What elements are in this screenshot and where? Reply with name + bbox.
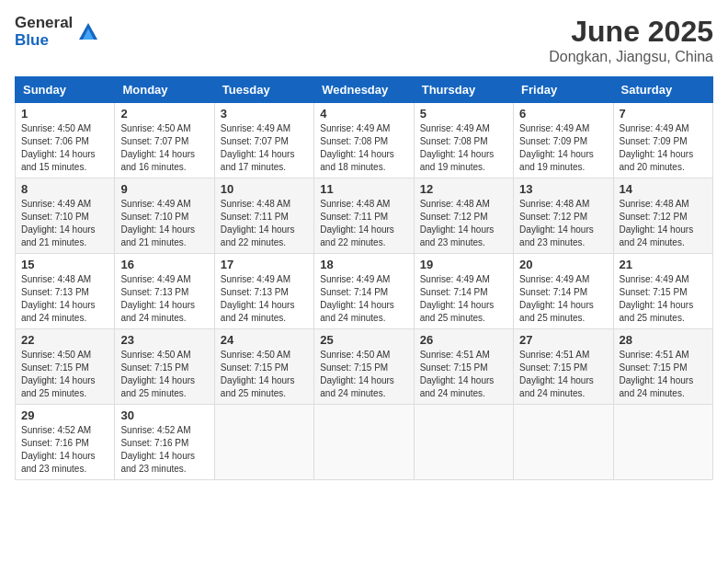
table-cell: 20 Sunrise: 4:49 AMSunset: 7:14 PMDaylig…	[514, 254, 613, 329]
day-number: 10	[221, 182, 308, 196]
day-info: Sunrise: 4:49 AMSunset: 7:08 PMDaylight:…	[320, 123, 394, 172]
day-info: Sunrise: 4:50 AMSunset: 7:15 PMDaylight:…	[21, 350, 96, 398]
table-cell	[214, 405, 313, 480]
day-number: 8	[21, 182, 108, 196]
day-number: 15	[21, 258, 108, 271]
day-number: 13	[519, 182, 607, 196]
day-info: Sunrise: 4:52 AMSunset: 7:16 PMDaylight:…	[120, 425, 195, 474]
table-cell: 10 Sunrise: 4:48 AMSunset: 7:11 PMDaylig…	[214, 178, 313, 254]
col-sunday: Sunday	[16, 77, 115, 103]
table-cell: 24 Sunrise: 4:50 AMSunset: 7:15 PMDaylig…	[214, 329, 313, 405]
title-area: June 2025 Dongkan, Jiangsu, China	[549, 15, 713, 65]
day-info: Sunrise: 4:48 AMSunset: 7:12 PMDaylight:…	[420, 199, 495, 247]
table-cell: 18 Sunrise: 4:49 AMSunset: 7:14 PMDaylig…	[314, 254, 414, 329]
table-cell: 1 Sunrise: 4:50 AMSunset: 7:06 PMDayligh…	[16, 103, 115, 178]
day-number: 20	[519, 258, 607, 271]
day-number: 14	[620, 182, 707, 196]
table-cell: 23 Sunrise: 4:50 AMSunset: 7:15 PMDaylig…	[115, 329, 214, 405]
day-info: Sunrise: 4:51 AMSunset: 7:15 PMDaylight:…	[420, 350, 495, 398]
day-info: Sunrise: 4:48 AMSunset: 7:12 PMDaylight:…	[519, 199, 594, 247]
day-number: 6	[519, 107, 607, 121]
table-cell	[514, 405, 613, 480]
calendar-header-row: Sunday Monday Tuesday Wednesday Thursday…	[16, 77, 713, 103]
table-cell: 7 Sunrise: 4:49 AMSunset: 7:09 PMDayligh…	[613, 103, 712, 178]
logo: General Blue	[15, 15, 101, 49]
day-number: 23	[120, 333, 208, 347]
table-cell: 29 Sunrise: 4:52 AMSunset: 7:16 PMDaylig…	[16, 405, 115, 480]
col-monday: Monday	[115, 77, 214, 103]
day-number: 30	[120, 408, 208, 422]
page-header: General Blue June 2025 Dongkan, Jiangsu,…	[15, 15, 713, 65]
day-info: Sunrise: 4:49 AMSunset: 7:08 PMDaylight:…	[420, 123, 495, 172]
table-cell: 13 Sunrise: 4:48 AMSunset: 7:12 PMDaylig…	[514, 178, 613, 254]
day-number: 3	[221, 107, 308, 121]
day-number: 5	[420, 107, 507, 121]
col-friday: Friday	[514, 77, 613, 103]
col-tuesday: Tuesday	[214, 77, 313, 103]
day-info: Sunrise: 4:48 AMSunset: 7:11 PMDaylight:…	[221, 199, 295, 247]
table-cell: 3 Sunrise: 4:49 AMSunset: 7:07 PMDayligh…	[214, 103, 313, 178]
table-cell: 27 Sunrise: 4:51 AMSunset: 7:15 PMDaylig…	[514, 329, 613, 405]
day-info: Sunrise: 4:49 AMSunset: 7:14 PMDaylight:…	[320, 274, 394, 323]
day-info: Sunrise: 4:49 AMSunset: 7:14 PMDaylight:…	[420, 274, 495, 323]
table-cell: 19 Sunrise: 4:49 AMSunset: 7:14 PMDaylig…	[414, 254, 513, 329]
table-cell: 28 Sunrise: 4:51 AMSunset: 7:15 PMDaylig…	[613, 329, 712, 405]
day-info: Sunrise: 4:48 AMSunset: 7:11 PMDaylight:…	[320, 199, 394, 247]
day-info: Sunrise: 4:50 AMSunset: 7:15 PMDaylight:…	[120, 350, 195, 398]
col-saturday: Saturday	[613, 77, 712, 103]
day-number: 4	[320, 107, 407, 121]
day-number: 25	[320, 333, 407, 347]
calendar-table: Sunday Monday Tuesday Wednesday Thursday…	[15, 76, 713, 480]
table-cell: 16 Sunrise: 4:49 AMSunset: 7:13 PMDaylig…	[115, 254, 214, 329]
table-cell	[314, 405, 414, 480]
day-info: Sunrise: 4:49 AMSunset: 7:07 PMDaylight:…	[221, 123, 295, 172]
table-cell: 17 Sunrise: 4:49 AMSunset: 7:13 PMDaylig…	[214, 254, 313, 329]
day-info: Sunrise: 4:49 AMSunset: 7:10 PMDaylight:…	[120, 199, 195, 247]
col-wednesday: Wednesday	[314, 77, 414, 103]
day-number: 11	[320, 182, 407, 196]
logo-icon	[75, 19, 101, 45]
day-number: 17	[221, 258, 308, 271]
table-cell	[613, 405, 712, 480]
day-info: Sunrise: 4:52 AMSunset: 7:16 PMDaylight:…	[21, 425, 96, 474]
day-info: Sunrise: 4:49 AMSunset: 7:15 PMDaylight:…	[620, 274, 694, 323]
day-info: Sunrise: 4:49 AMSunset: 7:10 PMDaylight:…	[21, 199, 96, 247]
day-info: Sunrise: 4:51 AMSunset: 7:15 PMDaylight:…	[519, 350, 594, 398]
day-info: Sunrise: 4:50 AMSunset: 7:07 PMDaylight:…	[120, 123, 195, 172]
day-number: 26	[420, 333, 507, 347]
table-cell: 8 Sunrise: 4:49 AMSunset: 7:10 PMDayligh…	[16, 178, 115, 254]
day-number: 1	[21, 107, 108, 121]
day-number: 27	[519, 333, 607, 347]
table-cell: 2 Sunrise: 4:50 AMSunset: 7:07 PMDayligh…	[115, 103, 214, 178]
day-number: 24	[221, 333, 308, 347]
table-cell: 26 Sunrise: 4:51 AMSunset: 7:15 PMDaylig…	[414, 329, 513, 405]
day-info: Sunrise: 4:49 AMSunset: 7:14 PMDaylight:…	[519, 274, 594, 323]
table-cell: 25 Sunrise: 4:50 AMSunset: 7:15 PMDaylig…	[314, 329, 414, 405]
day-info: Sunrise: 4:49 AMSunset: 7:13 PMDaylight:…	[120, 274, 195, 323]
day-number: 16	[120, 258, 208, 271]
logo-blue-text: Blue	[15, 32, 73, 50]
day-info: Sunrise: 4:49 AMSunset: 7:13 PMDaylight:…	[221, 274, 295, 323]
day-info: Sunrise: 4:48 AMSunset: 7:13 PMDaylight:…	[21, 274, 96, 323]
table-cell: 11 Sunrise: 4:48 AMSunset: 7:11 PMDaylig…	[314, 178, 414, 254]
col-thursday: Thursday	[414, 77, 513, 103]
table-cell: 5 Sunrise: 4:49 AMSunset: 7:08 PMDayligh…	[414, 103, 513, 178]
day-number: 9	[120, 182, 208, 196]
table-cell: 12 Sunrise: 4:48 AMSunset: 7:12 PMDaylig…	[414, 178, 513, 254]
table-cell	[414, 405, 513, 480]
day-info: Sunrise: 4:50 AMSunset: 7:15 PMDaylight:…	[221, 350, 295, 398]
day-number: 2	[120, 107, 208, 121]
table-cell: 14 Sunrise: 4:48 AMSunset: 7:12 PMDaylig…	[613, 178, 712, 254]
table-cell: 9 Sunrise: 4:49 AMSunset: 7:10 PMDayligh…	[115, 178, 214, 254]
day-info: Sunrise: 4:49 AMSunset: 7:09 PMDaylight:…	[620, 123, 694, 172]
day-number: 19	[420, 258, 507, 271]
day-number: 21	[620, 258, 707, 271]
location-subtitle: Dongkan, Jiangsu, China	[549, 49, 713, 65]
table-cell: 22 Sunrise: 4:50 AMSunset: 7:15 PMDaylig…	[16, 329, 115, 405]
day-info: Sunrise: 4:51 AMSunset: 7:15 PMDaylight:…	[620, 350, 694, 398]
day-info: Sunrise: 4:48 AMSunset: 7:12 PMDaylight:…	[620, 199, 694, 247]
day-info: Sunrise: 4:50 AMSunset: 7:06 PMDaylight:…	[21, 123, 96, 172]
day-number: 22	[21, 333, 108, 347]
day-number: 18	[320, 258, 407, 271]
table-cell: 4 Sunrise: 4:49 AMSunset: 7:08 PMDayligh…	[314, 103, 414, 178]
